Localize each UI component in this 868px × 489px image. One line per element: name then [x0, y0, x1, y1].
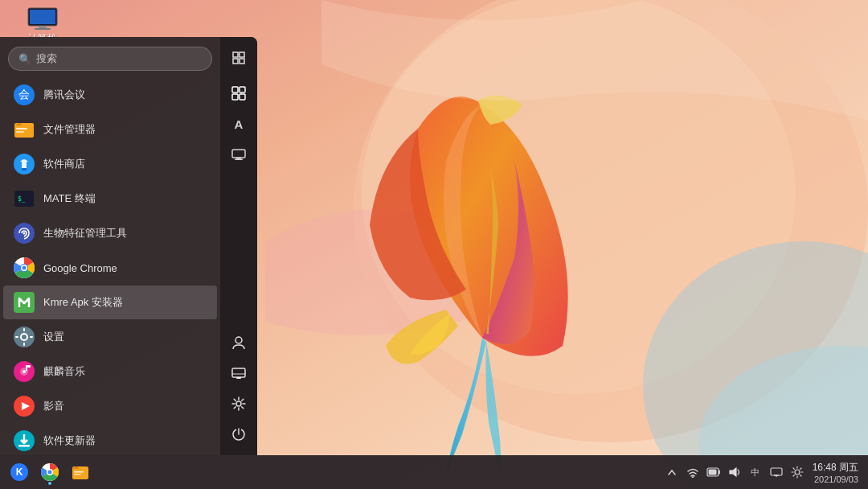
svg-rect-15 [22, 168, 27, 171]
svg-rect-6 [30, 10, 55, 24]
clock-date: 2021/09/03 [814, 475, 858, 484]
app-icon-mate-terminal: $_ [13, 187, 35, 210]
svg-rect-45 [240, 52, 244, 57]
svg-rect-51 [240, 94, 245, 100]
user-button[interactable] [224, 328, 253, 357]
right-bottom-buttons [224, 328, 253, 449]
svg-rect-50 [232, 94, 238, 100]
svg-rect-49 [240, 87, 245, 92]
desktop: 计算机 🔍 搜索 会 腾讯会议 [0, 0, 868, 489]
svg-rect-13 [16, 131, 24, 133]
taskbar-app-file-manager[interactable] [66, 458, 95, 487]
app-name-kmre-apk: Kmre Apk 安装器 [43, 295, 123, 310]
app-icon-kylin-music [13, 360, 35, 383]
app-name-software-store: 软件商店 [43, 157, 85, 171]
menu-right-sidebar: A [220, 37, 257, 455]
power-button[interactable] [224, 420, 253, 449]
input-method-icon[interactable]: 中 [747, 463, 764, 481]
app-item-biometric[interactable]: 生物特征管理工具 [3, 216, 217, 250]
svg-text:会: 会 [18, 88, 30, 101]
system-settings-button[interactable] [224, 389, 253, 418]
svg-rect-7 [39, 26, 47, 28]
svg-rect-47 [240, 59, 244, 64]
menu-left-panel: 🔍 搜索 会 腾讯会议 [0, 37, 220, 455]
system-tray: 中 [663, 463, 806, 481]
start-menu: 🔍 搜索 会 腾讯会议 [0, 37, 257, 455]
screen-button[interactable] [224, 359, 253, 388]
svg-text:K: K [16, 466, 23, 478]
app-name-settings: 设置 [43, 330, 64, 344]
battery-icon[interactable] [705, 463, 723, 481]
svg-point-77 [795, 470, 800, 475]
svg-point-55 [235, 337, 242, 343]
app-name-google-chrome: Google Chrome [43, 262, 117, 274]
taskbar-app-chrome[interactable] [35, 458, 64, 487]
display-tray-icon[interactable] [768, 463, 785, 481]
svg-point-65 [48, 471, 52, 475]
svg-rect-39 [18, 445, 30, 447]
svg-line-84 [800, 468, 800, 469]
svg-rect-71 [708, 470, 716, 475]
app-item-tencent-meeting[interactable]: 会 腾讯会议 [3, 78, 217, 112]
svg-rect-56 [232, 368, 245, 377]
svg-rect-74 [771, 468, 782, 475]
svg-rect-52 [232, 150, 245, 158]
svg-rect-12 [16, 128, 27, 129]
system-clock[interactable]: 16:48 周五 2021/09/03 [808, 461, 863, 484]
app-icon-tencent-meeting: 会 [13, 84, 35, 106]
svg-rect-58 [236, 377, 241, 379]
brightness-icon[interactable] [788, 463, 806, 481]
app-item-file-manager[interactable]: 文件管理器 [3, 113, 217, 146]
app-icon-settings [13, 326, 35, 348]
app-icon-software-update [13, 429, 35, 452]
svg-rect-30 [15, 336, 18, 338]
app-name-software-update: 软件更新器 [43, 434, 96, 448]
wifi-icon[interactable] [684, 463, 702, 481]
app-item-mate-terminal[interactable]: $_ MATE 终端 [3, 182, 217, 216]
svg-marker-73 [730, 468, 736, 476]
svg-line-83 [800, 475, 800, 476]
app-item-settings[interactable]: 设置 [3, 320, 217, 354]
app-name-biometric: 生物特征管理工具 [43, 226, 127, 240]
taskbar: K [0, 455, 868, 489]
svg-line-82 [793, 468, 794, 469]
display-button[interactable] [224, 140, 253, 169]
app-item-software-store[interactable]: 软件商店 [3, 147, 217, 181]
computer-icon [27, 6, 59, 32]
svg-line-85 [793, 475, 794, 476]
svg-point-34 [23, 370, 26, 373]
svg-rect-28 [23, 328, 25, 331]
search-placeholder: 搜索 [36, 51, 57, 66]
svg-rect-53 [236, 158, 241, 159]
svg-point-59 [236, 401, 241, 406]
svg-rect-35 [27, 365, 31, 368]
app-item-video[interactable]: 影音 [3, 389, 217, 423]
app-list: 会 腾讯会议 文件管理器 [0, 77, 220, 455]
app-item-software-update[interactable]: 软件更新器 [3, 424, 217, 455]
tray-expand-icon[interactable] [663, 463, 681, 481]
app-name-file-manager: 文件管理器 [43, 122, 96, 137]
svg-rect-67 [74, 471, 84, 473]
start-button[interactable]: K [5, 458, 34, 487]
svg-rect-31 [30, 336, 33, 338]
grid-view-button[interactable] [224, 79, 253, 108]
svg-rect-72 [719, 471, 720, 475]
svg-point-69 [691, 476, 693, 478]
app-icon-google-chrome [13, 257, 35, 279]
svg-rect-29 [23, 343, 25, 346]
expand-button[interactable] [224, 43, 253, 72]
app-icon-software-store [13, 153, 35, 175]
app-item-google-chrome[interactable]: Google Chrome [3, 251, 217, 285]
svg-point-24 [23, 266, 27, 270]
svg-text:$_: $_ [18, 195, 26, 203]
svg-rect-46 [233, 59, 238, 64]
app-name-video: 影音 [43, 399, 64, 413]
svg-rect-48 [232, 87, 238, 92]
font-button[interactable]: A [224, 109, 253, 138]
app-item-kylin-music[interactable]: 麒麟音乐 [3, 355, 217, 388]
svg-rect-8 [35, 28, 51, 30]
app-name-mate-terminal: MATE 终端 [43, 191, 96, 206]
app-item-kmre-apk[interactable]: Kmre Apk 安装器 [3, 286, 217, 319]
search-bar[interactable]: 🔍 搜索 [8, 47, 212, 71]
volume-icon[interactable] [726, 463, 743, 481]
